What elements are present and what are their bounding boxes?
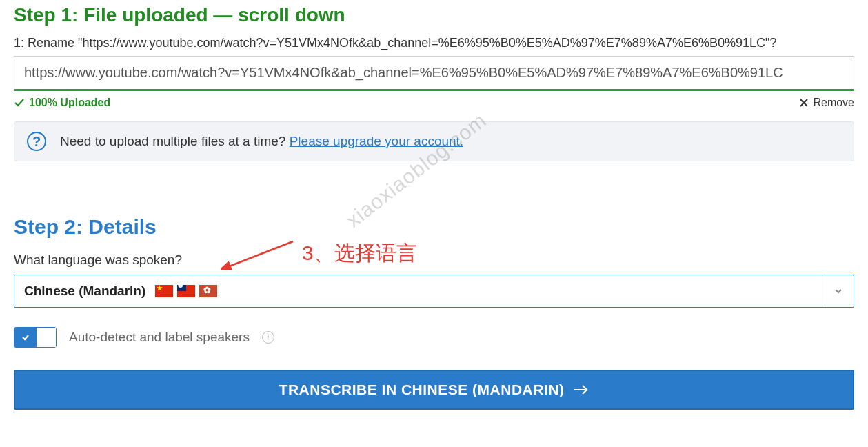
auto-detect-toggle[interactable]: [14, 327, 57, 348]
upgrade-link[interactable]: Please upgrade your account.: [290, 134, 463, 148]
upgrade-banner: ? Need to upload multiple files at a tim…: [14, 121, 854, 161]
auto-detect-label: Auto-detect and label speakers: [69, 330, 250, 345]
language-question: What language was spoken?: [14, 252, 854, 268]
upload-status: 100% Uploaded: [14, 97, 110, 109]
banner-message: Need to upload multiple files at a time?: [60, 134, 290, 148]
banner-text: Need to upload multiple files at a time?…: [60, 134, 463, 149]
flag-china-icon: [155, 285, 173, 297]
step2-title: Step 2: Details: [14, 215, 854, 239]
close-icon: [799, 98, 809, 108]
transcribe-button[interactable]: TRANSCRIBE IN CHINESE (MANDARIN): [14, 370, 854, 410]
arrow-right-icon: [574, 384, 589, 395]
language-dropdown-toggle[interactable]: [822, 275, 854, 307]
chevron-down-icon: [834, 286, 843, 296]
remove-button[interactable]: Remove: [799, 97, 854, 109]
help-icon: ?: [27, 132, 46, 151]
selected-language: Chinese (Mandarin): [24, 284, 145, 299]
check-icon: [14, 97, 25, 108]
check-icon: [21, 332, 30, 342]
language-flags: [155, 285, 217, 297]
step1-title: Step 1: File uploaded — scroll down: [14, 4, 854, 26]
flag-hongkong-icon: [199, 285, 217, 297]
rename-url-input[interactable]: [14, 56, 854, 91]
upload-status-text: 100% Uploaded: [29, 97, 110, 109]
transcribe-button-label: TRANSCRIBE IN CHINESE (MANDARIN): [279, 381, 565, 398]
language-select[interactable]: Chinese (Mandarin): [14, 275, 854, 308]
rename-label: 1: Rename "https://www.youtube.com/watch…: [14, 36, 854, 50]
flag-taiwan-icon: [177, 285, 195, 297]
remove-label: Remove: [813, 97, 854, 109]
info-icon[interactable]: i: [262, 331, 274, 344]
